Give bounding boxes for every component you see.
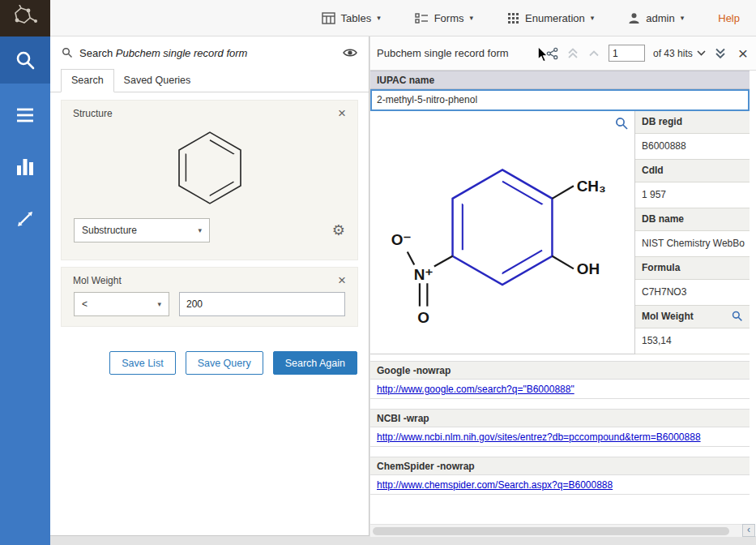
- magnifier-icon[interactable]: [732, 311, 743, 322]
- nav-forms[interactable]: Forms ▾: [415, 12, 473, 24]
- structure-editor-preview[interactable]: [62, 119, 357, 218]
- atom-label-o: O: [417, 309, 429, 326]
- first-record-icon[interactable]: [566, 47, 579, 59]
- field-value-mol-weight[interactable]: 153,14: [635, 328, 750, 354]
- chevron-down-icon: ▾: [681, 15, 685, 22]
- structure-mode-select[interactable]: Substructure ▾: [74, 218, 210, 242]
- chevron-down-icon: ▾: [591, 15, 595, 22]
- list-icon: [15, 105, 36, 126]
- nav-admin-label: admin: [646, 12, 674, 24]
- record-form-panel: Pubchem single record form: [370, 36, 756, 536]
- structure-query-card: Structure × Substructure ▾ ⚙: [61, 100, 358, 260]
- atom-label-oh: OH: [577, 260, 600, 277]
- nav-admin[interactable]: admin ▾: [628, 12, 684, 24]
- record-detail-split: CH₃ OH N⁺ O⁻ O DB regid B6000888 CdId 1 …: [370, 111, 750, 354]
- field-value-formula[interactable]: C7H7NO3: [635, 280, 750, 306]
- field-value-db-regid[interactable]: B6000888: [635, 134, 750, 160]
- user-icon: [628, 12, 640, 24]
- field-header-db-regid: DB regid: [635, 111, 750, 134]
- iupac-name-header: IUPAC name: [370, 71, 750, 89]
- link-section-header: Google -nowrap: [370, 361, 750, 380]
- close-icon[interactable]: ×: [338, 108, 346, 119]
- link-section-google: Google -nowrap http://www.google.com/sea…: [370, 361, 750, 399]
- search-panel-title: Search Pubchem single record form: [79, 47, 247, 59]
- sidebar-item-tables[interactable]: [0, 144, 50, 191]
- forms-icon: [415, 12, 429, 24]
- sidebar-item-transfer[interactable]: [0, 195, 50, 242]
- collapse-panel-button[interactable]: ‹: [742, 524, 755, 537]
- scrollbar-thumb[interactable]: [373, 527, 729, 535]
- chemspider-link[interactable]: http://www.chemspider.com/Search.aspx?q=…: [377, 479, 613, 491]
- field-value-db-name[interactable]: NIST Chemistry WebBo: [635, 231, 750, 257]
- magnifier-icon[interactable]: [615, 117, 629, 131]
- field-header-mol-weight: Mol Weight: [635, 306, 750, 328]
- search-panel-header: Search Pubchem single record form: [50, 36, 369, 69]
- record-form-header: Pubchem single record form: [370, 36, 756, 71]
- molecule-structure: CH₃ OH N⁺ O⁻ O: [376, 113, 629, 350]
- tables-icon: [322, 12, 335, 24]
- close-icon[interactable]: ×: [735, 46, 751, 61]
- tab-saved-queries[interactable]: Saved Queries: [114, 70, 201, 92]
- molweight-value-input[interactable]: [179, 292, 345, 316]
- molecule-image-cell[interactable]: CH₃ OH N⁺ O⁻ O: [370, 111, 634, 354]
- last-record-icon[interactable]: [714, 47, 727, 59]
- record-form-content: IUPAC name 2-methyl-5-nitro-phenol: [370, 71, 756, 495]
- previous-record-icon[interactable]: [587, 47, 600, 59]
- atom-label-ch3: CH₃: [577, 178, 606, 195]
- close-icon[interactable]: ×: [338, 275, 346, 286]
- benzene-structure: [164, 122, 255, 213]
- horizontal-scrollbar[interactable]: [370, 524, 742, 537]
- tab-search[interactable]: Search: [61, 69, 114, 92]
- molweight-operator-value: <: [82, 298, 88, 310]
- diagonal-arrows-icon: [15, 208, 36, 230]
- top-nav: Tables ▾ Forms ▾ Enumeration ▾: [322, 12, 756, 24]
- field-header-formula: Formula: [635, 257, 750, 280]
- sidebar: [0, 36, 50, 545]
- chevron-down-icon: ▾: [198, 227, 202, 234]
- link-section-header: NCBI -wrap: [370, 409, 750, 427]
- search-actions: Save List Save Query Search Again: [62, 351, 357, 375]
- hits-count[interactable]: of 43 hits: [653, 48, 706, 59]
- chevron-down-icon: ▾: [157, 301, 161, 308]
- logo-molecule-icon: [11, 5, 39, 31]
- search-again-button[interactable]: Search Again: [273, 351, 357, 375]
- link-section-ncbi: NCBI -wrap http://www.ncbi.nlm.nih.gov/s…: [370, 409, 750, 447]
- link-section-header: ChemSpider -nowrap: [370, 457, 750, 475]
- search-icon: [15, 49, 36, 71]
- save-query-button[interactable]: Save Query: [186, 351, 263, 375]
- molweight-operator-select[interactable]: < ▾: [74, 292, 169, 316]
- app-logo[interactable]: [0, 0, 50, 36]
- record-fields-column: DB regid B6000888 CdId 1 957 DB name NIS…: [634, 111, 750, 354]
- gear-icon[interactable]: ⚙: [332, 223, 345, 238]
- record-pager: of 43 hits ×: [546, 45, 751, 62]
- search-icon: [62, 47, 73, 58]
- iupac-name-value[interactable]: 2-methyl-5-nitro-phenol: [370, 89, 750, 111]
- share-icon[interactable]: [546, 47, 558, 60]
- link-section-chemspider: ChemSpider -nowrap http://www.chemspider…: [370, 457, 750, 495]
- top-bar: Tables ▾ Forms ▾ Enumeration ▾: [0, 0, 756, 36]
- google-search-link[interactable]: http://www.google.com/search?q="B6000888…: [377, 384, 574, 395]
- columns-chart-icon: [15, 157, 36, 178]
- search-panel: Search Pubchem single record form Search…: [50, 36, 369, 536]
- eye-icon[interactable]: [343, 48, 357, 58]
- nav-enumeration[interactable]: Enumeration ▾: [507, 12, 594, 24]
- help-link[interactable]: Help: [718, 12, 740, 24]
- search-tabs: Search Saved Queries: [50, 69, 369, 92]
- ncbi-link[interactable]: http://www.ncbi.nlm.nih.gov/sites/entrez…: [377, 431, 701, 443]
- search-title-prefix: Search: [79, 47, 113, 59]
- save-list-button[interactable]: Save List: [109, 351, 175, 375]
- record-number-input[interactable]: [609, 45, 645, 62]
- chevron-down-icon: ▾: [470, 15, 474, 22]
- structure-card-title: Structure: [73, 108, 113, 119]
- search-title-form-name: Pubchem single record form: [116, 47, 248, 59]
- nav-enumeration-label: Enumeration: [525, 12, 585, 24]
- field-header-cdid: CdId: [635, 160, 750, 182]
- app-window: Tables ▾ Forms ▾ Enumeration ▾: [0, 0, 756, 545]
- molweight-card-title: Mol Weight: [73, 275, 122, 286]
- nav-tables[interactable]: Tables ▾: [322, 12, 381, 24]
- field-header-db-name: DB name: [635, 208, 750, 231]
- sidebar-item-search[interactable]: [0, 36, 50, 84]
- chevron-down-icon: ▾: [377, 15, 381, 22]
- sidebar-item-list[interactable]: [0, 92, 50, 139]
- field-value-cdid[interactable]: 1 957: [635, 182, 750, 208]
